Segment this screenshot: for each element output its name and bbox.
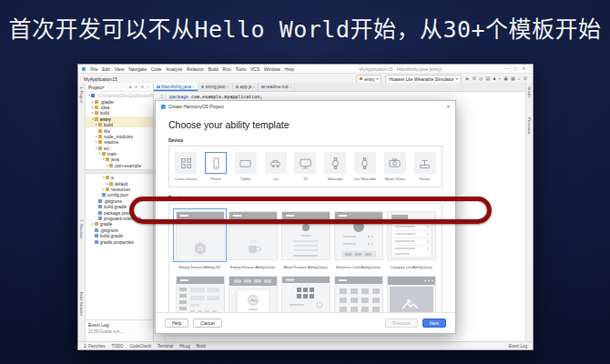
menu-item-view[interactable]: View — [112, 66, 127, 72]
settings-icon[interactable]: ⚙ — [524, 76, 527, 81]
toolwindow-tab-2[interactable]: Build Variants — [79, 292, 84, 316]
menu-item-build[interactable]: Build — [206, 66, 220, 72]
maximize-icon[interactable]: ▢ — [513, 66, 517, 71]
template-card-sidebar-grid[interactable] — [174, 274, 226, 317]
folder-icon[interactable]: ▣ — [503, 76, 508, 81]
status-item-codecheck[interactable]: CodeCheck — [129, 344, 151, 349]
device-card-cross-device[interactable]: Cross-Device — [171, 152, 200, 181]
status-item-todo[interactable]: TODO — [112, 344, 124, 349]
profiler-icon[interactable]: ▤ — [485, 76, 490, 81]
simulator-select[interactable]: Huawei Lite Wearable Simulator ▾ — [385, 75, 461, 84]
code-line: package com.example.myapplication; — [169, 94, 262, 100]
template-name: Category List Ability(Java) — [390, 265, 432, 269]
status-item-build[interactable]: Build — [197, 344, 206, 349]
run-config-select[interactable]: entry ▾ — [356, 75, 382, 84]
device-card-smart-vision[interactable]: Smart Vision — [381, 152, 410, 181]
dialog-title: Create HarmonyOS Project — [168, 104, 224, 109]
panel-splitter[interactable] — [86, 169, 153, 174]
tree-item-label: resources — [111, 187, 131, 192]
search-icon[interactable]: ⌕ — [518, 76, 521, 81]
folder-icon — [106, 187, 109, 191]
device-name: Phone — [210, 177, 221, 181]
project-panel-header-icons[interactable]: ⊕ ✛ ⚙ ─ — [129, 85, 150, 89]
close-tab-icon[interactable]: × — [253, 85, 255, 89]
editor-tab-mainability-java[interactable]: MainAbility.java× — [154, 83, 198, 91]
toolwindow-tab-gradle[interactable]: Gradle — [527, 86, 532, 98]
red-highlight-annotation — [129, 197, 492, 224]
debug-icon[interactable]: ⚙ — [473, 76, 476, 81]
menu-item-run[interactable]: Run — [220, 66, 233, 72]
close-tab-icon[interactable]: × — [227, 85, 229, 89]
close-icon[interactable]: × — [446, 104, 450, 109]
sidebar-grid-thumb — [176, 276, 225, 316]
template-card-browser-image[interactable] — [385, 274, 437, 317]
device-card-tv[interactable]: TV — [290, 152, 320, 181]
device-card-lite-wearable[interactable]: Lite Wearable — [351, 152, 380, 181]
status-item-terminal[interactable]: Terminal — [158, 344, 173, 349]
device-name: Cross-Device — [175, 177, 197, 181]
coverage-icon[interactable]: ◎ — [479, 76, 483, 81]
template-card-grid-tiles[interactable] — [332, 274, 384, 317]
menu-item-vcs[interactable]: VCS — [249, 66, 262, 72]
stop-icon[interactable]: ■ — [493, 76, 495, 81]
help-button[interactable]: Help — [165, 318, 188, 328]
tree-item-gradle-properties[interactable]: gradle.properties — [86, 238, 153, 244]
file-icon — [95, 234, 98, 238]
grid-form-thumb — [281, 276, 330, 316]
device-card-car[interactable]: Car — [261, 152, 290, 181]
next-button[interactable]: Next — [422, 318, 446, 328]
left-toolwindow-strip: 1: Project7: StructureBuild Variants — [78, 83, 86, 342]
tree-item-path: C:\Users\a\DevEcoStudioProjects — [98, 93, 154, 98]
toolwindow-tab-previewer[interactable]: Previewer — [527, 117, 532, 135]
menu-item-code[interactable]: Code — [148, 66, 164, 72]
tree-item-label: js — [111, 175, 115, 180]
close-tab-icon[interactable]: × — [192, 85, 194, 89]
device-card-phone[interactable]: Phone — [201, 152, 230, 181]
menu-item-analyze[interactable]: Analyze — [164, 66, 185, 72]
editor-tab-readme-md[interactable]: readme.md× — [259, 83, 295, 91]
close-tab-icon[interactable]: × — [290, 85, 291, 89]
template-card-grid-form[interactable] — [280, 274, 331, 317]
device-name: Car — [272, 177, 278, 181]
car-icon — [265, 152, 287, 174]
template-name: About Feature Ability(Java) — [283, 265, 327, 269]
editor-tab-app-js[interactable]: app.js× — [233, 83, 259, 91]
menu-item-file[interactable]: File — [88, 66, 100, 72]
device-section-label: Device — [168, 137, 442, 143]
menu-item-edit[interactable]: Edit — [100, 66, 112, 72]
menu-item-refactor[interactable]: Refactor — [185, 66, 207, 72]
toolwindow-tab-0[interactable]: 1: Project — [79, 86, 84, 103]
device-name: Smart Vision — [384, 177, 405, 181]
close-icon[interactable]: ✕ — [522, 66, 525, 71]
project-panel-header[interactable]: Project ▾ ⊕ ✛ ⚙ ─ — [86, 83, 153, 92]
status-event-log[interactable]: Event Log — [509, 344, 527, 349]
device-card-wearable[interactable]: Wearable — [320, 152, 350, 181]
slide-title: 首次开发可以不从Hello World开始，从30+个模板开始 — [0, 11, 610, 44]
status-bar: 2: FavoritesTODOCodeCheckTerminalHiLogBu… — [78, 341, 533, 349]
editor-tab-string-json[interactable]: string.json× — [198, 83, 233, 91]
layout-icon[interactable]: ▦ — [511, 76, 515, 81]
toolwindow-tab-1[interactable]: 7: Structure — [79, 219, 84, 239]
template-card-image-card[interactable] — [227, 274, 279, 317]
cancel-button[interactable]: Cancel — [193, 318, 222, 328]
status-item-hilog[interactable]: HiLog — [179, 344, 190, 349]
minimize-icon[interactable]: — — [504, 66, 509, 71]
menu-item-help[interactable]: Help — [282, 66, 296, 72]
previous-button[interactable]: Previous — [385, 318, 417, 328]
dialog-titlebar: Create HarmonyOS Project × — [156, 101, 455, 112]
run-icon[interactable]: ▶ — [466, 76, 470, 81]
breadcrumb-project[interactable]: MyApplication15 — [84, 76, 117, 82]
folder-icon — [98, 123, 102, 126]
device-card-router[interactable]: Router — [411, 152, 440, 181]
router-icon — [414, 152, 436, 174]
device-card-tablet[interactable]: Tablet — [231, 152, 260, 181]
tree-item-com-example[interactable]: ▸com.example — [86, 163, 153, 168]
event-log-title[interactable]: Event Log — [88, 322, 150, 328]
menu-item-navigate[interactable]: Navigate — [127, 66, 149, 72]
menu-item-window[interactable]: Window — [262, 66, 283, 72]
editor-tab-label: readme.md — [266, 85, 288, 89]
status-item-2-favorites[interactable]: 2: Favorites — [84, 344, 106, 349]
attach-icon[interactable]: ⌁ — [498, 76, 501, 81]
menu-item-tools[interactable]: Tools — [233, 66, 248, 72]
event-log-message: 21:59 Gradle syn... — [88, 329, 150, 334]
